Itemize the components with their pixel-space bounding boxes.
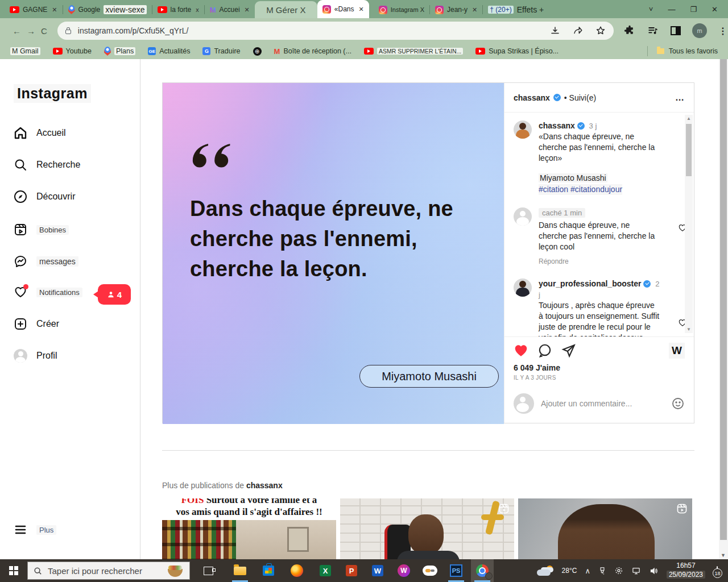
avatar[interactable] — [514, 278, 532, 297]
comment-hashtags[interactable]: #citation #citationdujour — [539, 184, 622, 195]
comment-username[interactable]: chassanx — [539, 121, 575, 130]
comments-scrollbar[interactable]: ▲ ▼ — [685, 115, 693, 333]
sidebar-item-profil[interactable]: Profil — [14, 349, 57, 363]
sidebar-item-creer[interactable]: Créer — [14, 317, 59, 331]
tab-gagne[interactable]: GAGNE ✕ — [5, 1, 63, 18]
download-icon[interactable] — [550, 26, 560, 36]
tab-gerer[interactable]: M Gérer X — [255, 1, 317, 18]
post-thumbnail-3[interactable] — [518, 498, 692, 559]
maximize-button[interactable]: ❐ — [690, 5, 697, 14]
volume-icon[interactable] — [649, 567, 659, 575]
microsoft-store-button[interactable] — [257, 559, 280, 582]
back-button[interactable]: ← — [13, 26, 21, 36]
weather-temp[interactable]: 28°C — [562, 567, 577, 575]
bookmark-traduire[interactable]: GTraduire — [202, 47, 240, 55]
task-view-button[interactable] — [197, 559, 220, 582]
notification-count-badge[interactable]: 4 — [98, 284, 131, 305]
sidebar-item-notifications[interactable]: Notifications — [14, 285, 82, 299]
followed-status[interactable]: • Suivi(e) — [564, 93, 596, 102]
bookmark-youtube[interactable]: Youtube — [53, 47, 92, 55]
post-options-icon[interactable]: … — [675, 93, 685, 103]
excel-button[interactable]: X — [314, 559, 337, 582]
scrollbar-thumb[interactable] — [686, 124, 692, 176]
reload-button[interactable]: C — [41, 26, 47, 36]
usb-icon[interactable] — [598, 566, 606, 575]
word-button[interactable]: W — [366, 559, 389, 582]
post-username[interactable]: chassanx — [514, 93, 550, 102]
avatar[interactable] — [514, 207, 532, 226]
close-icon[interactable]: ✕ — [472, 6, 477, 14]
forward-button[interactable]: → — [27, 26, 35, 36]
tab-search-chevron-icon[interactable]: ˅ — [649, 5, 653, 14]
tab-google-maps[interactable]: Google xview-sexe — [63, 1, 152, 18]
scroll-down-arrow-icon[interactable]: ▼ — [686, 327, 691, 332]
close-icon[interactable]: ✕ — [52, 6, 57, 14]
browser-menu-icon[interactable]: ⋮ — [718, 26, 728, 36]
share-post-icon[interactable] — [561, 343, 576, 358]
emoji-icon[interactable] — [671, 397, 685, 410]
sidebar-item-accueil[interactable]: Accueil — [14, 126, 66, 140]
bookmark-actualites[interactable]: GEActualités — [148, 47, 190, 55]
sidebar-item-messages[interactable]: messages — [14, 255, 78, 268]
share-icon[interactable] — [573, 26, 583, 36]
taskbar-search[interactable]: Taper ici pour rechercher — [27, 562, 190, 580]
all-favorites[interactable]: Tous les favoris — [647, 46, 718, 56]
extensions-puzzle-icon[interactable] — [624, 25, 635, 36]
browser-profile-avatar[interactable]: m — [692, 23, 707, 38]
comments-list[interactable]: chassanx 3 j «Dans chaque épreuve, ne ch… — [504, 113, 694, 336]
instagram-logo[interactable]: Instagram — [14, 84, 91, 103]
weather-icon[interactable] — [537, 566, 554, 576]
bookmark-star-icon[interactable] — [595, 26, 606, 36]
sidebar-item-plus[interactable]: Plus — [14, 523, 56, 537]
powerpoint-button[interactable]: P — [340, 559, 363, 582]
reply-button[interactable]: Répondre — [539, 257, 660, 266]
close-icon[interactable]: ✕ — [358, 6, 363, 13]
sidebar-item-bobines[interactable]: Bobines — [14, 223, 69, 236]
bookmark-gmail[interactable]: M Gmail — [10, 47, 40, 55]
post-thumbnail-2[interactable] — [340, 498, 514, 559]
bookmark-asmr[interactable]: ASMR SUPPRIMER L'ÉTAIN... — [364, 48, 463, 55]
firefox-button[interactable] — [286, 559, 308, 582]
wattpad-button[interactable]: W — [392, 559, 415, 582]
address-bar[interactable]: instagram.com/p/Cxfu5K_qYrL/ — [57, 22, 614, 40]
comment-input[interactable] — [541, 399, 664, 408]
chrome-button[interactable] — [471, 559, 494, 582]
avatar[interactable] — [514, 120, 532, 139]
like-count[interactable]: 6 049 J'aime — [514, 363, 685, 372]
page-scrollbar[interactable]: ▼ — [719, 59, 728, 559]
notification-center-button[interactable]: 18 — [717, 567, 718, 575]
minimize-button[interactable]: — — [668, 5, 675, 14]
close-window-button[interactable]: ✕ — [712, 5, 718, 14]
scrollbar-thumb[interactable] — [720, 59, 727, 540]
clock[interactable]: 16h5725/09/2023 — [667, 562, 705, 579]
tab-accueil[interactable]: M Accuei ✕ — [205, 1, 255, 18]
bookmark-supa[interactable]: Supa Strikas | Épiso... — [475, 47, 559, 55]
sidebar-item-decouvrir[interactable]: Découvrir — [14, 190, 75, 203]
photoshop-button[interactable]: PS — [445, 559, 468, 582]
bookmark-inbox[interactable]: MBoîte de réception (... — [274, 47, 351, 56]
side-panel-icon[interactable] — [671, 26, 681, 35]
tray-chevron-icon[interactable]: ∧ — [585, 567, 590, 575]
network-icon[interactable] — [631, 567, 641, 575]
like-icon[interactable] — [514, 343, 528, 358]
close-icon[interactable]: x — [196, 6, 199, 13]
file-explorer-button[interactable] — [229, 559, 251, 582]
tab-instagram[interactable]: Instagram X — [374, 1, 429, 18]
tab-jeany[interactable]: Jean-y ✕ — [430, 1, 482, 18]
bookmark-globe[interactable]: ⊕ — [253, 47, 262, 56]
playlist-music-icon[interactable] — [647, 25, 659, 36]
bookmark-plans[interactable]: Plans — [104, 47, 135, 56]
more-posts-username[interactable]: chassanx — [246, 481, 283, 490]
comment-username[interactable]: your_professional_booster — [539, 279, 642, 288]
post-image[interactable]: Dans chaque épreuve, ne cherche pas l'en… — [163, 83, 504, 424]
url-text[interactable]: instagram.com/p/Cxfu5K_qYrL/ — [78, 26, 189, 35]
post-thumbnail-1[interactable]: FOIS Surtout à votre famille et à vos am… — [162, 498, 336, 559]
scroll-down-arrow-icon[interactable]: ▼ — [721, 552, 726, 558]
scroll-up-arrow-icon[interactable]: ▲ — [686, 116, 691, 121]
save-button[interactable]: W — [669, 343, 685, 359]
sidebar-item-recherche[interactable]: Recherche — [14, 158, 80, 172]
start-button[interactable] — [0, 559, 27, 582]
close-icon[interactable]: ✕ — [245, 6, 250, 14]
headset-icon[interactable] — [614, 566, 623, 575]
tab-laforte[interactable]: la forte x — [152, 1, 204, 18]
